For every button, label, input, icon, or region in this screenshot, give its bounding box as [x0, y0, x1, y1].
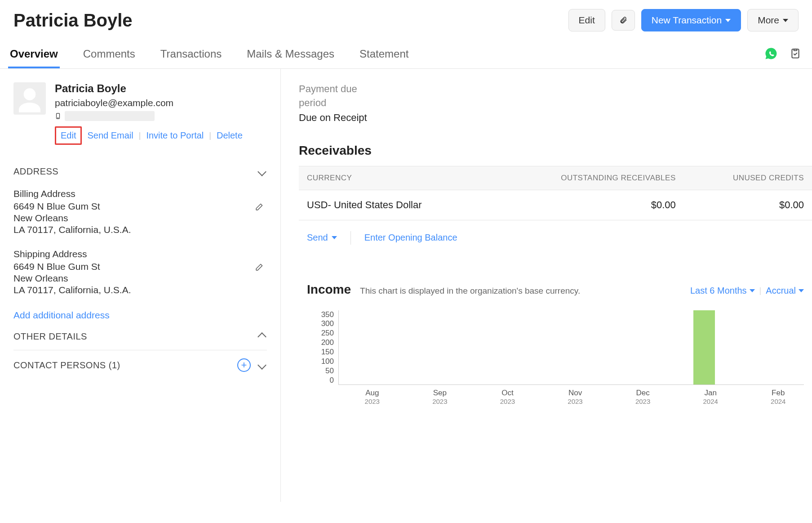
invite-portal-link[interactable]: Invite to Portal — [146, 130, 204, 141]
mobile-icon — [55, 112, 61, 121]
billing-label: Billing Address — [13, 188, 267, 199]
more-label: More — [758, 15, 779, 26]
billing-line3: LA 70117, California, U.S.A. — [13, 224, 267, 235]
chevron-down-icon — [725, 19, 731, 22]
tabs: Overview Comments Transactions Mails & M… — [0, 40, 812, 69]
y-tick: 100 — [314, 357, 334, 366]
separator: | — [209, 131, 211, 140]
enter-opening-balance-link[interactable]: Enter Opening Balance — [364, 232, 457, 243]
pencil-icon — [254, 263, 263, 272]
x-tick: Feb2024 — [744, 389, 812, 405]
th-currency: CURRENCY — [299, 166, 491, 190]
separator — [351, 231, 351, 245]
address-section-header[interactable]: ADDRESS — [13, 163, 267, 184]
bar-slot — [538, 310, 605, 384]
right-panel: Payment due period Due on Receipt Receiv… — [281, 69, 812, 502]
y-axis: 350300250200150100500 — [314, 310, 338, 385]
separator: | — [759, 286, 762, 295]
bar-slot — [737, 310, 804, 384]
x-tick: Sep2023 — [406, 389, 474, 405]
basis-dropdown[interactable]: Accrual — [766, 286, 804, 296]
bar-slot — [671, 310, 737, 384]
basis-label: Accrual — [766, 286, 796, 296]
shipping-line3: LA 70117, California, U.S.A. — [13, 285, 267, 295]
y-tick: 200 — [314, 338, 334, 347]
y-tick: 50 — [314, 367, 334, 375]
table-row: USD- United States Dollar $0.00 $0.00 — [299, 190, 812, 220]
shipping-address-block: Shipping Address 6649 N Blue Gum St New … — [13, 249, 267, 295]
bar-slot — [405, 310, 472, 384]
billing-line2: New Orleans — [13, 213, 267, 224]
chevron-down-icon — [750, 289, 755, 292]
x-axis: Aug2023Sep2023Oct2023Nov2023Dec2023Jan20… — [299, 389, 812, 405]
other-details-title: OTHER DETAILS — [13, 331, 87, 342]
new-transaction-button[interactable]: New Transaction — [641, 9, 741, 31]
page-title: Patricia Boyle — [13, 10, 133, 31]
cell-outstanding: $0.00 — [491, 190, 683, 220]
chevron-down-icon — [257, 167, 266, 176]
contact-email: patriciaboyle@example.com — [55, 98, 243, 108]
billing-address-block: Billing Address 6649 N Blue Gum St New O… — [13, 188, 267, 235]
delete-link[interactable]: Delete — [217, 130, 243, 141]
tab-overview[interactable]: Overview — [8, 40, 60, 68]
y-tick: 300 — [314, 319, 334, 328]
tab-mails[interactable]: Mails & Messages — [245, 40, 336, 68]
bar — [693, 310, 715, 384]
attach-button[interactable] — [612, 10, 635, 31]
svg-point-2 — [58, 118, 58, 118]
shipping-label: Shipping Address — [13, 249, 267, 259]
y-tick: 150 — [314, 348, 334, 357]
income-chart: 350300250200150100500 — [299, 297, 812, 385]
th-outstanding: OUTSTANDING RECEIVABLES — [491, 166, 683, 190]
new-transaction-label: New Transaction — [652, 15, 722, 26]
more-button[interactable]: More — [747, 9, 799, 31]
send-dropdown[interactable]: Send — [307, 232, 337, 243]
separator: | — [139, 131, 141, 140]
avatar — [13, 82, 46, 115]
tab-comments[interactable]: Comments — [81, 40, 137, 68]
header-actions: Edit New Transaction More — [568, 9, 799, 31]
edit-link[interactable]: Edit — [55, 126, 82, 145]
x-tick: Nov2023 — [541, 389, 609, 405]
send-email-link[interactable]: Send Email — [87, 130, 133, 141]
tab-statement[interactable]: Statement — [358, 40, 410, 68]
send-label: Send — [307, 232, 328, 243]
cell-unused: $0.00 — [684, 190, 812, 220]
x-tick: Oct2023 — [474, 389, 541, 405]
range-label: Last 6 Months — [690, 286, 747, 296]
tab-transactions[interactable]: Transactions — [159, 40, 224, 68]
address-section-title: ADDRESS — [13, 166, 58, 177]
clipboard-icon[interactable] — [790, 47, 801, 63]
payment-due-value: Due on Receipt — [299, 112, 812, 124]
x-tick: Aug2023 — [338, 389, 406, 405]
left-panel: Patricia Boyle patriciaboyle@example.com… — [0, 69, 281, 502]
add-address-link[interactable]: Add additional address — [13, 310, 110, 321]
bar-slot — [339, 310, 405, 384]
billing-line1: 6649 N Blue Gum St — [13, 201, 267, 212]
x-tick: Jan2024 — [677, 389, 745, 405]
bar-slot — [604, 310, 671, 384]
edit-shipping-button[interactable] — [253, 261, 265, 274]
edit-billing-button[interactable] — [253, 201, 265, 214]
contact-persons-title: CONTACT PERSONS (1) — [13, 360, 120, 371]
receivables-table: CURRENCY OUTSTANDING RECEIVABLES UNUSED … — [299, 166, 812, 220]
chevron-down-icon — [332, 236, 337, 239]
range-dropdown[interactable]: Last 6 Months — [690, 286, 755, 296]
paperclip-icon — [619, 15, 627, 26]
chevron-down-icon — [799, 289, 804, 292]
other-details-header[interactable]: OTHER DETAILS — [13, 328, 267, 350]
pencil-icon — [254, 203, 263, 212]
contact-persons-header[interactable]: CONTACT PERSONS (1) + — [13, 350, 267, 380]
shipping-line1: 6649 N Blue Gum St — [13, 261, 267, 272]
chart-plot — [338, 310, 804, 385]
edit-button[interactable]: Edit — [568, 9, 605, 31]
whatsapp-icon[interactable] — [764, 47, 778, 63]
income-note: This chart is displayed in the organizat… — [360, 286, 580, 296]
add-contact-person-button[interactable]: + — [237, 358, 251, 372]
payment-due-label: Payment due period — [299, 82, 380, 110]
chevron-down-icon — [783, 19, 788, 22]
contact-name: Patricia Boyle — [55, 82, 243, 95]
cell-currency: USD- United States Dollar — [299, 190, 491, 220]
y-tick: 250 — [314, 329, 334, 338]
y-tick: 350 — [314, 310, 334, 319]
